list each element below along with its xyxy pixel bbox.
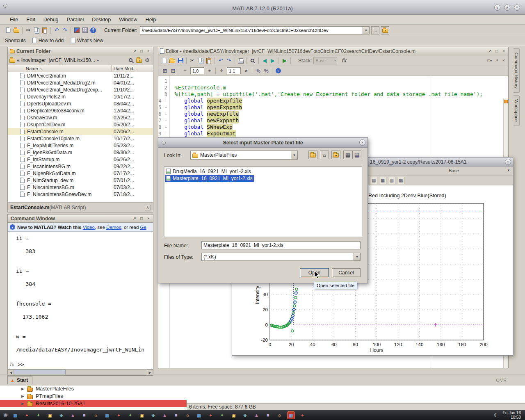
taskbar-app-icon[interactable]: ▦	[287, 411, 295, 419]
new-script-icon[interactable]	[160, 57, 168, 65]
paste-icon[interactable]	[41, 26, 48, 34]
video-link[interactable]: Video	[83, 225, 95, 230]
taskbar-app-icon[interactable]: ▦	[11, 411, 19, 419]
paste-icon[interactable]	[205, 57, 212, 65]
new-folder-button[interactable]: +	[331, 151, 340, 159]
taskbar-app-icon[interactable]: ◆	[241, 411, 249, 419]
taskbar-app-icon[interactable]: ■	[264, 411, 272, 419]
divide-icon[interactable]: ÷	[218, 67, 225, 75]
go-back-icon[interactable]: ◀	[261, 57, 268, 65]
code-line[interactable]: 2 %EstartConsole.m	[158, 84, 508, 91]
taskbar-app-icon[interactable]: ▲	[253, 411, 260, 419]
figure-stack-value[interactable]: Base	[449, 168, 459, 173]
chevron-down-icon[interactable]: ▾	[507, 168, 509, 172]
list-view-button[interactable]: ▤	[352, 151, 361, 159]
close-button[interactable]: ×	[514, 5, 520, 11]
close-icon[interactable]: ×	[501, 48, 507, 54]
file-row[interactable]: F_IscanIntensBG.m09/22/2...	[8, 163, 153, 170]
new-folder-icon[interactable]: +	[135, 56, 143, 64]
collapse-detail-button[interactable]: ∧	[145, 205, 151, 210]
file-row[interactable]: DpertsUploadDev.m08/04/2...	[8, 100, 153, 107]
taskbar-app-icon[interactable]: ●	[207, 411, 215, 419]
figure-tool-3-icon[interactable]: ▥	[388, 177, 395, 184]
taskbar-clock[interactable]: Fri Jun 16 10:50	[503, 411, 521, 420]
tree-item[interactable]: ▶MasterPlateFiles	[0, 385, 187, 393]
file-row[interactable]: EstartConsole10plate.m10/17/2...	[8, 135, 153, 142]
menu-help[interactable]: Help	[142, 16, 160, 24]
moon-icon[interactable]: ☾	[494, 412, 499, 418]
taskbar-app-icon[interactable]: ✦	[34, 411, 42, 419]
taskbar-app-icon[interactable]: ✦	[218, 411, 226, 419]
expand-arrow-icon[interactable]: ▶	[21, 387, 24, 391]
undock-icon[interactable]: ↗	[494, 58, 500, 64]
file-row[interactable]: DshowRaw.m02/25/2...	[8, 114, 153, 121]
tab-workspace[interactable]: Workspace	[514, 95, 520, 126]
tree-item[interactable]: ▶PTmapFiles	[0, 393, 187, 400]
file-row[interactable]: DReplicate96to384conv.m12/04/2...	[8, 107, 153, 114]
column-name[interactable]: Name	[26, 66, 38, 71]
taskbar-app-icon[interactable]: ●	[115, 411, 123, 419]
fx-hint-icon[interactable]: fx	[9, 362, 14, 368]
close-icon[interactable]: ×	[146, 48, 151, 54]
minimize-button[interactable]: ∨	[494, 5, 500, 11]
taskbar-app-icon[interactable]: ☼	[92, 411, 100, 419]
look-in-combobox[interactable]: MasterPlateFiles ▾	[190, 151, 298, 160]
maximize-icon[interactable]: □	[139, 48, 144, 54]
sort-ascending-icon[interactable]: △	[39, 67, 42, 71]
undock-icon[interactable]: ↗	[132, 216, 137, 221]
undock-icon[interactable]: ↗	[132, 48, 137, 54]
file-row[interactable]: F_NIscanIntensBGnewDev.m07/18/2...	[8, 191, 153, 198]
file-row[interactable]: DMPexcel2mat.m11/11/2...	[8, 72, 153, 79]
dialog-file-list[interactable]: DrugMedia_16_0921_MI_yor1-2.xlsMasterpla…	[164, 167, 362, 237]
minus-icon[interactable]: −	[181, 67, 189, 75]
up-folder-button[interactable]: ↑	[308, 151, 317, 159]
breadcrumb-arrow-icon[interactable]: ▸	[97, 58, 99, 62]
file-row[interactable]: F_NIscanIntensBG.m07/03/2...	[8, 184, 153, 191]
menu-debug[interactable]: Debug	[39, 16, 63, 24]
restore-button[interactable]: ∧	[504, 5, 510, 11]
taskbar-app-icon[interactable]: ▣	[46, 411, 54, 419]
file-row[interactable]: DsuperCellDev.m05/20/2...	[8, 121, 153, 128]
taskbar-app-icon[interactable]: ☼	[184, 411, 192, 419]
cell-value-2-input[interactable]: 1.1	[227, 67, 241, 74]
help-icon[interactable]: ?	[89, 26, 97, 34]
save-icon[interactable]	[177, 57, 184, 65]
figure-tool-4-icon[interactable]: ▩	[397, 177, 404, 184]
code-line[interactable]: 5 - global openExppath	[158, 104, 508, 111]
code-line[interactable]: 9 - global ExpOutmat	[158, 130, 508, 137]
taskbar-app-icon[interactable]: ◆	[57, 411, 65, 419]
undo-icon[interactable]: ↶	[217, 57, 224, 65]
cut-icon[interactable]: ✂	[189, 57, 196, 65]
start-button[interactable]: ▲ Start	[7, 376, 32, 384]
dialog-file-row[interactable]: DrugMedia_16_0921_MI_yor1-2.xls	[165, 168, 361, 175]
shortcut-how-to-add[interactable]: How to Add	[31, 37, 65, 44]
taskbar-app-icon[interactable]: ■	[172, 411, 180, 419]
undock-icon[interactable]: ↗	[487, 48, 493, 54]
section-remove-icon[interactable]: ⊟	[169, 67, 177, 75]
chevron-down-icon[interactable]: ▾	[291, 151, 297, 159]
file-row[interactable]: F_IgenBkGrdData.m08/30/2...	[8, 149, 153, 156]
find-icon[interactable]	[249, 57, 256, 65]
copy-icon[interactable]	[197, 57, 204, 65]
taskbar-app-icon[interactable]: ◆	[149, 411, 157, 419]
getting-started-link[interactable]: Ge	[140, 225, 146, 230]
tab-command-history[interactable]: Command History	[514, 48, 520, 93]
taskbar-app-icon[interactable]: ▲	[69, 411, 77, 419]
command-window-header[interactable]: Command Window ↗□×	[8, 215, 153, 223]
close-icon[interactable]: ×	[501, 58, 507, 64]
code-line[interactable]: 6 - global newExpfile	[158, 111, 508, 117]
figure-tool-1-icon[interactable]: ▤	[370, 177, 377, 184]
close-icon[interactable]: ×	[146, 216, 151, 221]
mlint-warning-icon[interactable]	[504, 100, 508, 103]
file-row[interactable]: DoverlayPlots2.m10/17/2...	[8, 93, 153, 100]
current-folder-header[interactable]: Current Folder ↗□×	[8, 47, 153, 55]
print-icon[interactable]	[237, 57, 244, 65]
code-line[interactable]: 1	[158, 78, 508, 84]
taskbar-app-icon[interactable]: ☼	[276, 411, 283, 419]
dialog-titlebar[interactable]: Select input Master Plate text file ×	[158, 138, 368, 148]
system-menu-icon[interactable]: ✺	[3, 412, 8, 418]
breadcrumb-prefix[interactable]: «	[17, 57, 20, 63]
menu-desktop[interactable]: Desktop	[88, 16, 115, 24]
column-headers[interactable]: Name △ Date Mod...	[8, 65, 153, 72]
grid-view-button[interactable]: ▦	[343, 151, 352, 159]
